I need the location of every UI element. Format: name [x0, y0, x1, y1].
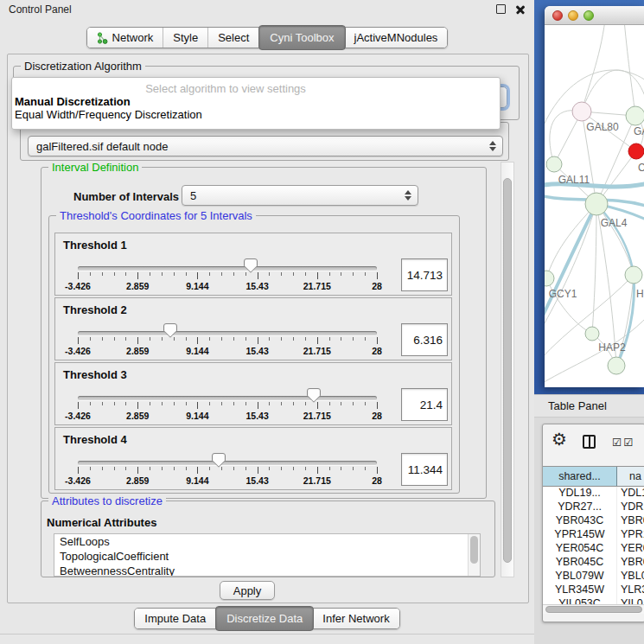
network-node[interactable] — [572, 102, 591, 121]
threshold-label: Threshold 1 — [63, 239, 127, 252]
list-scrollbar-thumb[interactable] — [470, 536, 478, 564]
float-panel-icon[interactable] — [496, 4, 506, 14]
table-row[interactable]: YBR043CYBR0 — [543, 514, 644, 528]
cell-name[interactable]: YBR0 — [617, 514, 644, 528]
threshold-label: Threshold 4 — [63, 433, 127, 446]
slider-track[interactable] — [78, 266, 377, 271]
network-node[interactable] — [626, 106, 644, 125]
combo-stepper-icon[interactable] — [405, 190, 411, 201]
network-node[interactable] — [625, 266, 642, 284]
tab-select[interactable]: Select — [208, 28, 259, 48]
tab-cyni-toolbox[interactable]: Cyni Toolbox — [258, 25, 345, 50]
table-row[interactable]: YIL053CYIL0 — [543, 597, 644, 604]
table-settings-gear-icon[interactable]: ⚙ — [552, 430, 567, 448]
cyni-discretization-panel: Discretization Algorithm Select algorith… — [7, 54, 529, 603]
cell-shared-name[interactable]: YDR27... — [543, 501, 617, 514]
cell-shared-name[interactable]: YPR145W — [543, 528, 617, 542]
slider-thumb[interactable] — [163, 323, 177, 338]
column-header-shared-name[interactable]: shared... — [543, 467, 617, 486]
num-intervals-combobox[interactable]: 5 — [182, 185, 418, 206]
table-row[interactable]: YDL19...YDL1 — [543, 487, 644, 501]
cell-shared-name[interactable]: YBR043C — [543, 514, 617, 528]
network-node[interactable] — [546, 156, 562, 172]
network-node[interactable] — [545, 271, 554, 286]
table-row[interactable]: YER054CYER0 — [543, 542, 644, 556]
slider-thumb[interactable] — [307, 388, 321, 403]
cell-shared-name[interactable]: YDL19... — [543, 487, 617, 501]
network-node[interactable] — [608, 357, 625, 374]
cell-shared-name[interactable]: YER054C — [543, 542, 617, 556]
numerical-attributes-list[interactable]: SelfLoopsTopologicalCoefficientBetweenne… — [54, 533, 481, 577]
network-node[interactable] — [585, 327, 599, 341]
tab-label: Infer Network — [322, 612, 389, 625]
network-window-titlebar[interactable] — [545, 6, 644, 25]
show-columns-icon[interactable] — [583, 435, 596, 449]
cell-shared-name[interactable]: YBL079W — [543, 570, 617, 583]
slider-track[interactable] — [78, 461, 377, 465]
minimize-traffic-light-icon[interactable] — [568, 10, 578, 21]
slider-track[interactable] — [78, 396, 377, 400]
table-horizontal-scrollbar[interactable] — [543, 604, 644, 614]
cyni-mode-tabs: Impute DataDiscretize DataInfer Network — [0, 608, 534, 629]
cell-shared-name[interactable]: YIL053C — [543, 597, 617, 604]
network-canvas[interactable]: GAL80GACGAL11GAL4GCY1HHAP2 — [545, 25, 644, 387]
cell-name[interactable]: YER0 — [617, 542, 644, 556]
tab-label: Cyni Toolbox — [270, 31, 334, 44]
panel-vertical-scrollbar[interactable] — [501, 162, 514, 577]
table-row[interactable]: YPR145WYPR1 — [543, 528, 644, 542]
network-node[interactable] — [585, 193, 608, 215]
right-column: GAL80GACGAL11GAL4GCY1HHAP2 Table Panel ⚙… — [534, 0, 644, 644]
table-hscrollbar-thumb[interactable] — [545, 606, 642, 613]
threshold-value-field[interactable] — [401, 388, 448, 421]
table-row[interactable]: YBL079WYBL0 — [543, 570, 644, 583]
threshold-value-field[interactable] — [401, 258, 448, 291]
zoom-traffic-light-icon[interactable] — [583, 10, 594, 21]
cell-shared-name[interactable]: YLR345W — [543, 583, 617, 597]
algorithm-option[interactable]: Manual Discretization — [12, 95, 500, 108]
apply-button[interactable]: Apply — [220, 581, 275, 600]
column-header-name[interactable]: na — [617, 467, 644, 486]
cell-name[interactable]: YBL0 — [617, 570, 644, 583]
close-traffic-light-icon[interactable] — [552, 10, 563, 21]
algorithm-option[interactable]: Equal Width/Frequency Discretization — [12, 108, 500, 121]
attribute-list-item[interactable]: SelfLoops — [54, 534, 480, 549]
table-panel-window: ⚙ ☑☑ shared... na YDL19...YDL1YDR27...YD… — [542, 424, 644, 622]
list-scrollbar[interactable] — [468, 534, 480, 576]
mode-tab-infer-network[interactable]: Infer Network — [313, 609, 399, 628]
table-row[interactable]: YLR345WYLR3 — [543, 583, 644, 597]
cell-shared-name[interactable]: YBR045C — [543, 556, 617, 570]
threshold-value-field[interactable] — [401, 323, 448, 356]
attribute-list-item[interactable]: BetweennessCentrality — [54, 564, 480, 577]
table-header-row: shared... na — [543, 466, 644, 487]
mode-tab-impute-data[interactable]: Impute Data — [135, 609, 216, 628]
cell-name[interactable]: YBR0 — [617, 556, 644, 570]
app-root: Control Panel NetworkStyleSelectCyni Too… — [0, 0, 644, 644]
select-columns-checkboxes-icon[interactable]: ☑☑ — [612, 436, 634, 449]
table-row[interactable]: YBR045CYBR0 — [543, 556, 644, 570]
slider-track[interactable] — [78, 331, 377, 335]
table-row[interactable]: YDR27...YDR2 — [543, 501, 644, 514]
table-data-combobox[interactable]: galFiltered.sif default node — [28, 136, 503, 156]
cell-name[interactable]: YLR3 — [617, 583, 644, 597]
network-node-label: GA — [634, 125, 644, 137]
cell-name[interactable]: YDL1 — [617, 487, 644, 501]
combo-stepper-icon[interactable] — [489, 141, 496, 151]
mode-tab-discretize-data[interactable]: Discretize Data — [215, 606, 314, 631]
slider-thumb[interactable] — [244, 258, 258, 273]
slider-ticks — [78, 337, 377, 345]
network-node-label: H — [636, 288, 644, 300]
tab-network[interactable]: Network — [87, 28, 164, 48]
tab-style[interactable]: Style — [163, 28, 208, 48]
control-panel-window: Control Panel NetworkStyleSelectCyni Too… — [0, 0, 534, 644]
cell-name[interactable]: YDR2 — [617, 501, 644, 514]
network-node[interactable] — [628, 143, 644, 159]
cell-name[interactable]: YPR1 — [617, 528, 644, 542]
cell-name[interactable]: YIL0 — [617, 597, 644, 604]
threshold-value-field[interactable] — [401, 453, 448, 486]
panel-scrollbar-thumb[interactable] — [503, 178, 512, 563]
close-panel-icon[interactable] — [515, 4, 526, 15]
slider-ticks — [78, 272, 377, 280]
slider-thumb[interactable] — [212, 453, 226, 468]
tab-jactivemnodules[interactable]: jActiveMNodules — [345, 28, 448, 48]
attribute-list-item[interactable]: TopologicalCoefficient — [54, 549, 480, 564]
